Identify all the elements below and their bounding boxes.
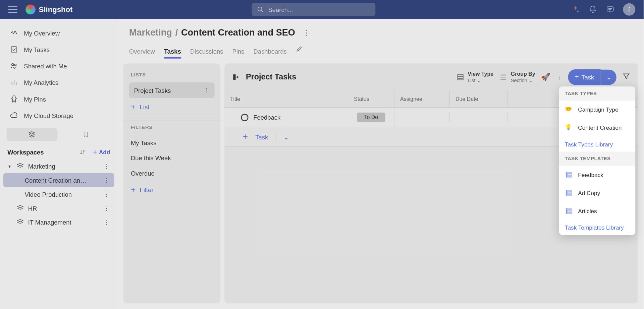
task-template-label: Ad Copy — [578, 190, 600, 196]
task-templates-header: TASK TEMPLATES — [559, 152, 636, 166]
svg-rect-20 — [568, 175, 572, 178]
task-template-ad-copy[interactable]: Ad Copy — [559, 184, 636, 202]
lightbulb-icon: 💡 — [565, 124, 573, 132]
task-types-header: TASK TYPES — [559, 86, 636, 101]
svg-rect-23 — [568, 193, 572, 196]
svg-rect-22 — [568, 190, 572, 192]
svg-rect-18 — [566, 172, 568, 177]
task-dropdown-popover: TASK TYPES 🤝 Campaign Type 💡 Content Cre… — [559, 86, 636, 235]
task-template-articles[interactable]: Articles — [559, 202, 636, 220]
svg-rect-25 — [568, 208, 572, 211]
task-type-label: Content Creation — [578, 124, 622, 131]
svg-rect-19 — [568, 172, 572, 174]
svg-rect-26 — [568, 211, 572, 214]
template-icon — [565, 171, 573, 179]
svg-rect-24 — [566, 208, 568, 214]
task-type-content-creation[interactable]: 💡 Content Creation — [559, 119, 636, 137]
task-template-feedback[interactable]: Feedback — [559, 166, 636, 184]
template-icon — [565, 207, 573, 215]
handshake-icon: 🤝 — [565, 106, 573, 114]
task-type-label: Campaign Type — [578, 106, 618, 113]
task-template-label: Feedback — [578, 172, 603, 178]
template-icon — [565, 189, 573, 197]
task-types-library-link[interactable]: Task Types Library — [559, 137, 636, 151]
task-type-campaign[interactable]: 🤝 Campaign Type — [559, 101, 636, 119]
task-template-label: Articles — [578, 208, 597, 214]
modal-overlay[interactable] — [0, 0, 644, 309]
svg-rect-21 — [566, 190, 568, 195]
task-templates-library-link[interactable]: Task Templates Library — [559, 220, 636, 235]
